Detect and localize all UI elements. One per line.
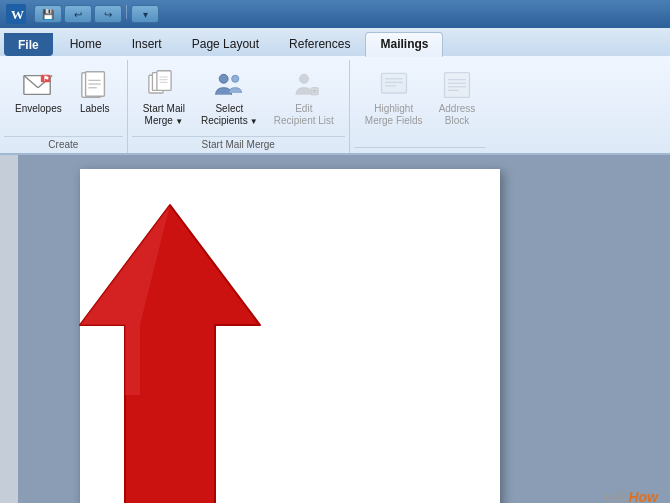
highlight-merge-fields-label: HighlightMerge Fields: [365, 103, 423, 127]
envelopes-label: Envelopes: [15, 103, 62, 115]
ribbon-content: ⚑ Envelopes Labels Cre: [0, 56, 670, 155]
ribbon-group-write-insert: HighlightMerge Fields AddressBlock: [350, 60, 491, 153]
address-block-button[interactable]: AddressBlock: [432, 64, 483, 132]
write-insert-items: HighlightMerge Fields AddressBlock: [354, 62, 487, 145]
tab-file[interactable]: File: [4, 33, 53, 56]
ribbon-tabs: File Home Insert Page Layout References …: [0, 28, 670, 56]
save-btn[interactable]: 💾: [34, 5, 62, 23]
select-recipients-icon: [213, 69, 245, 101]
edit-recipient-list-label: EditRecipient List: [274, 103, 334, 127]
highlight-merge-fields-icon: [378, 69, 410, 101]
start-mail-merge-button[interactable]: Start MailMerge: [136, 64, 192, 132]
red-arrow: [60, 195, 280, 503]
left-margin: [0, 155, 18, 503]
quick-access-toolbar: 💾 ↩ ↪ ▾: [34, 5, 159, 23]
address-block-icon: [441, 69, 473, 101]
ribbon-group-create: ⚑ Envelopes Labels Cre: [0, 60, 128, 153]
svg-point-18: [220, 74, 229, 83]
write-insert-group-label: [354, 147, 487, 153]
envelope-icon: ⚑: [22, 69, 54, 101]
title-bar: W 💾 ↩ ↪ ▾: [0, 0, 670, 28]
highlight-merge-fields-button[interactable]: HighlightMerge Fields: [358, 64, 430, 132]
tab-insert[interactable]: Insert: [117, 32, 177, 57]
separator: [126, 5, 127, 19]
labels-label: Labels: [80, 103, 109, 115]
svg-marker-33: [80, 205, 260, 503]
svg-rect-14: [157, 71, 171, 91]
edit-recipient-list-icon: [288, 69, 320, 101]
redo-btn[interactable]: ↪: [94, 5, 122, 23]
start-mail-merge-label: Start MailMerge: [143, 103, 185, 127]
address-block-label: AddressBlock: [439, 103, 476, 127]
labels-button[interactable]: Labels: [71, 64, 119, 120]
tab-home[interactable]: Home: [55, 32, 117, 57]
start-mail-merge-items: Start MailMerge SelectRecipients: [132, 62, 345, 134]
customize-btn[interactable]: ▾: [131, 5, 159, 23]
wikihow-watermark: wikiHow: [605, 489, 658, 503]
tab-page-layout[interactable]: Page Layout: [177, 32, 274, 57]
svg-point-19: [232, 75, 239, 82]
undo-btn[interactable]: ↩: [64, 5, 92, 23]
envelopes-button[interactable]: ⚑ Envelopes: [8, 64, 69, 120]
wiki-text: wiki: [605, 489, 628, 503]
start-mail-merge-group-label: Start Mail Merge: [132, 136, 345, 153]
ribbon-group-start-mail-merge: Start MailMerge SelectRecipients: [128, 60, 350, 153]
edit-recipient-list-button[interactable]: EditRecipient List: [267, 64, 341, 132]
svg-point-20: [299, 74, 308, 83]
tab-mailings[interactable]: Mailings: [365, 32, 443, 57]
svg-rect-24: [381, 73, 406, 93]
create-items: ⚑ Envelopes Labels: [4, 62, 123, 134]
svg-rect-21: [311, 88, 318, 95]
start-mail-merge-icon: [148, 69, 180, 101]
svg-text:W: W: [11, 7, 24, 22]
svg-text:⚑: ⚑: [43, 75, 49, 82]
tab-references[interactable]: References: [274, 32, 365, 57]
select-recipients-label: SelectRecipients: [201, 103, 258, 127]
labels-icon: [79, 69, 111, 101]
create-group-label: Create: [4, 136, 123, 153]
document-area: wikiHow: [0, 155, 670, 503]
how-text: How: [628, 489, 658, 503]
select-recipients-button[interactable]: SelectRecipients: [194, 64, 265, 132]
svg-rect-28: [445, 73, 470, 98]
word-icon: W: [6, 4, 26, 24]
